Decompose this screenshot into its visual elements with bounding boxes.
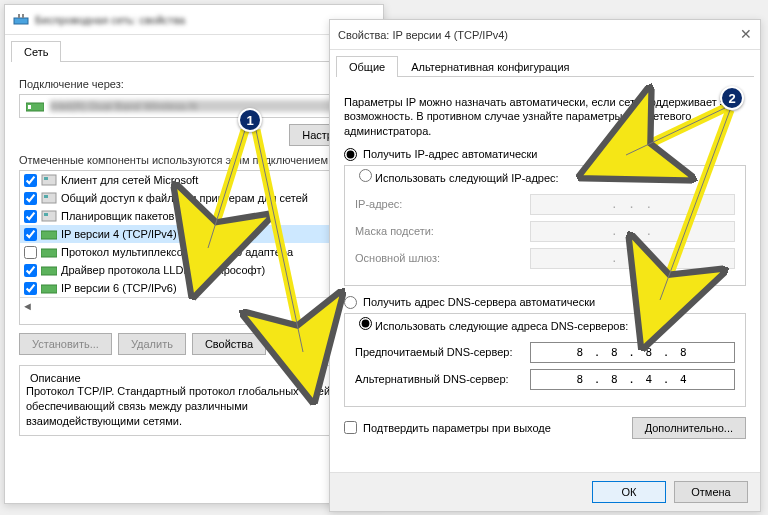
window-title: Свойства: IP версии 4 (TCP/IPv4) [338,29,508,41]
preferred-dns-label: Предпочитаемый DNS-сервер: [355,346,530,358]
svg-rect-2 [22,14,24,18]
radio-auto-ip[interactable]: Получить IP-адрес автоматически [344,148,746,161]
tab-network[interactable]: Сеть [11,41,61,62]
svg-rect-6 [44,177,48,180]
dialog-buttons: ОК Отмена [330,472,760,511]
protocol-icon [41,245,57,259]
manual-dns-group: Использовать следующие адреса DNS-сервер… [344,313,746,407]
radio-auto-dns[interactable]: Получить адрес DNS-сервера автоматически [344,296,746,309]
info-text: Параметры IP можно назначать автоматичес… [344,95,746,138]
list-item[interactable]: Планировщик пакетов QoS [20,207,368,225]
radio-label: Использовать следующие адреса DNS-сервер… [375,320,628,332]
manual-ip-group: Использовать следующий IP-адрес: IP-адре… [344,165,746,286]
svg-rect-1 [18,14,20,18]
list-item[interactable]: Общий доступ к файлам и принтерам для се… [20,189,368,207]
radio-label: Получить IP-адрес автоматически [363,148,537,160]
horizontal-scrollbar[interactable]: ◄► [20,297,368,313]
radio-label: Получить адрес DNS-сервера автоматически [363,296,595,308]
subnet-mask-input: . . . [530,221,735,242]
alternate-dns-input[interactable]: 8 . 8 . 4 . 4 [530,369,735,390]
gateway-input: . . . [530,248,735,269]
cancel-button[interactable]: Отмена [674,481,748,503]
window-body: Параметры IP можно назначать автоматичес… [330,77,760,489]
adapter-icon [13,12,29,28]
properties-button[interactable]: Свойства [192,333,266,355]
validate-label: Подтвердить параметры при выходе [363,422,551,434]
connect-via-label: Подключение через: [19,78,369,90]
radio[interactable] [344,296,357,309]
item-label: Планировщик пакетов QoS [61,210,200,222]
tab-general[interactable]: Общие [336,56,398,77]
annotation-badge-1: 1 [238,108,262,132]
advanced-button[interactable]: Дополнительно... [632,417,746,439]
network-adapter-icon [26,99,44,113]
svg-rect-12 [41,249,57,257]
list-item[interactable]: Протокол мультиплексора сетевого адаптер… [20,243,368,261]
gateway-label: Основной шлюз: [355,252,530,264]
svg-rect-4 [28,105,31,109]
checkbox[interactable] [24,246,37,259]
tabs: Сеть [11,41,377,62]
checkbox[interactable] [24,264,37,277]
close-icon[interactable]: ✕ [740,26,752,42]
tabs: Общие Альтернативная конфигурация [336,56,754,77]
adapter-name: Intel(R) Dual Band Wireless-N [50,100,362,112]
radio-manual-ip[interactable]: Использовать следующий IP-адрес: [355,169,563,184]
list-item[interactable]: IP версии 6 (TCP/IPv6) [20,279,368,297]
service-icon [41,191,57,205]
radio-label: Использовать следующий IP-адрес: [375,172,559,184]
item-label: IP версии 4 (TCP/IPv4) [61,228,177,240]
annotation-badge-2: 2 [720,86,744,110]
ip-address-input: . . . [530,194,735,215]
svg-rect-13 [41,267,57,275]
titlebar: Беспроводная сеть: свойства [5,5,383,35]
svg-rect-11 [41,231,57,239]
tab-alternative[interactable]: Альтернативная конфигурация [398,56,582,77]
checkbox[interactable] [24,228,37,241]
components-label: Отмеченные компоненты используются этим … [19,154,369,166]
window-body: Подключение через: Intel(R) Dual Band Wi… [5,62,383,446]
item-label: Общий доступ к файлам и принтерам для се… [61,192,308,204]
checkbox[interactable] [24,210,37,223]
radio[interactable] [359,169,372,182]
uninstall-button[interactable]: Удалить [118,333,186,355]
scroll-left-icon[interactable]: ◄ [22,300,33,312]
components-listbox[interactable]: Клиент для сетей Microsoft Общий доступ … [19,170,369,325]
subnet-mask-label: Маска подсети: [355,225,530,237]
list-item-ipv4[interactable]: IP версии 4 (TCP/IPv4) [20,225,368,243]
service-icon [41,209,57,223]
window-title: Беспроводная сеть: свойства [35,14,185,26]
validate-checkbox[interactable] [344,421,357,434]
protocol-icon [41,263,57,277]
svg-rect-8 [44,195,48,198]
description-box: Описание Протокол TCP/IP. Стандартный пр… [19,365,369,436]
protocol-icon [41,281,57,295]
svg-rect-0 [14,18,28,24]
svg-rect-14 [41,285,57,293]
alternate-dns-label: Альтернативный DNS-сервер: [355,373,530,385]
titlebar: Свойства: IP версии 4 (TCP/IPv4) ✕ [330,20,760,50]
adapter-box: Intel(R) Dual Band Wireless-N [19,94,369,118]
svg-rect-10 [44,213,48,216]
item-label: Драйвер протокола LLDP (Майкрософт) [61,264,265,276]
service-icon [41,173,57,187]
item-label: Протокол мультиплексора сетевого адаптер… [61,246,293,258]
network-properties-window: Беспроводная сеть: свойства Сеть Подключ… [4,4,384,504]
list-item[interactable]: Клиент для сетей Microsoft [20,171,368,189]
description-title: Описание [26,372,85,384]
ipv4-properties-window: Свойства: IP версии 4 (TCP/IPv4) ✕ Общие… [329,19,761,512]
ip-address-label: IP-адрес: [355,198,530,210]
protocol-icon [41,227,57,241]
item-label: Клиент для сетей Microsoft [61,174,198,186]
checkbox[interactable] [24,282,37,295]
ok-button[interactable]: ОК [592,481,666,503]
radio[interactable] [359,317,372,330]
checkbox[interactable] [24,192,37,205]
radio-manual-dns[interactable]: Использовать следующие адреса DNS-сервер… [355,317,632,332]
description-text: Протокол TCP/IP. Стандартный протокол гл… [26,384,362,429]
list-item[interactable]: Драйвер протокола LLDP (Майкрософт) [20,261,368,279]
preferred-dns-input[interactable]: 8 . 8 . 8 . 8 [530,342,735,363]
install-button[interactable]: Установить... [19,333,112,355]
radio[interactable] [344,148,357,161]
checkbox[interactable] [24,174,37,187]
